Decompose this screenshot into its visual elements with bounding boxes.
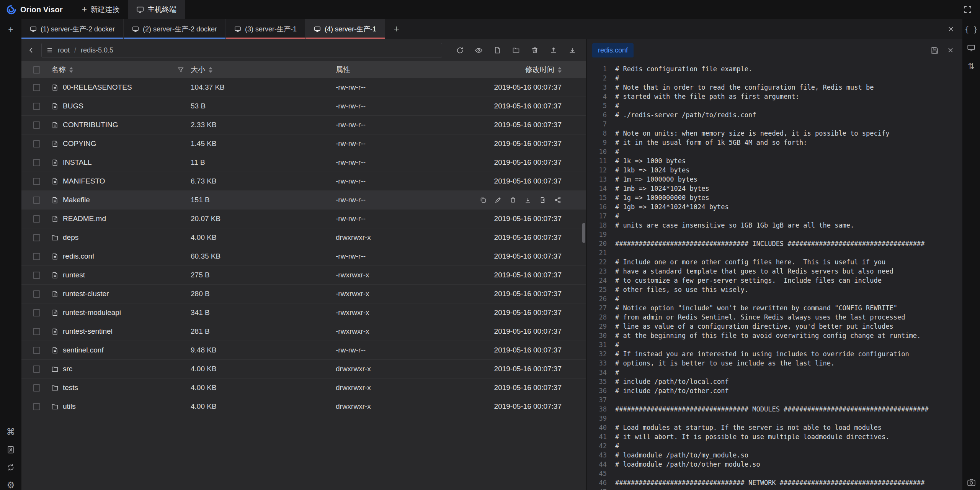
address-book-icon[interactable] (7, 446, 15, 454)
sort-icon[interactable] (69, 67, 73, 73)
close-editor-icon[interactable] (946, 45, 956, 55)
file-name[interactable]: sentinel.conf (63, 346, 104, 354)
download-icon[interactable] (568, 46, 577, 55)
terminal-tab[interactable]: (1) server-生产-2 docker (21, 19, 124, 39)
list-view-icon[interactable] (46, 47, 53, 54)
file-name[interactable]: deps (63, 233, 78, 242)
table-row[interactable]: deps 4.00 KB drwxrwxr-x 2019-05-16 00:07… (21, 228, 586, 247)
table-row[interactable]: README.md 20.07 KB -rw-rw-r-- 2019-05-16… (21, 210, 586, 228)
screenshot-camera-icon[interactable] (967, 478, 976, 487)
column-header-size[interactable]: 大小 (191, 65, 336, 75)
add-tab-button[interactable]: + (385, 19, 404, 39)
file-name[interactable]: COPYING (63, 139, 96, 148)
file-name[interactable]: INSTALL (63, 158, 92, 167)
new-tab-rail-button[interactable]: + (8, 25, 13, 34)
refresh-icon[interactable] (455, 46, 464, 55)
settings-gear-icon[interactable]: ⚙ (7, 481, 15, 490)
sync-icon[interactable] (7, 463, 15, 472)
file-name[interactable]: runtest-sentinel (63, 327, 113, 336)
new-folder-icon[interactable] (511, 46, 521, 55)
table-row[interactable]: MANIFESTO 6.73 KB -rw-rw-r-- 2019-05-16 … (21, 172, 586, 191)
column-header-modified[interactable]: 修改时间 (456, 65, 586, 75)
table-row[interactable]: runtest 275 B -rwxrwxr-x 2019-05-16 00:0… (21, 266, 586, 285)
terminal-tab[interactable]: (2) server-生产-2 docker (124, 19, 226, 39)
file-name[interactable]: README.md (63, 215, 106, 223)
file-name[interactable]: redis.conf (63, 252, 94, 261)
back-button[interactable] (24, 43, 38, 57)
table-row[interactable]: utils 4.00 KB drwxrwxr-x 2019-05-16 00:0… (21, 397, 586, 416)
row-checkbox[interactable] (33, 103, 40, 110)
row-checkbox[interactable] (33, 309, 40, 316)
file-name[interactable]: CONTRIBUTING (63, 121, 118, 129)
command-snippets-icon[interactable]: ⌘ (7, 428, 15, 436)
table-row[interactable]: COPYING 1.45 KB -rw-rw-r-- 2019-05-16 00… (21, 134, 586, 153)
display-settings-icon[interactable] (967, 44, 975, 52)
row-checkbox[interactable] (33, 253, 40, 260)
table-row[interactable]: Makefile 151 B -rw-rw-r-- 2019-05-16 00:… (21, 191, 586, 210)
column-header-name[interactable]: 名称 (49, 65, 191, 75)
row-checkbox[interactable] (33, 140, 40, 147)
row-checkbox[interactable] (33, 121, 40, 129)
row-checkbox[interactable] (33, 197, 40, 204)
file-name[interactable]: runtest-cluster (63, 290, 109, 298)
editor-code[interactable]: 1 # Redis configuration file example. 2 … (587, 61, 962, 490)
row-checkbox[interactable] (33, 403, 40, 410)
file-name[interactable]: runtest-moduleapi (63, 308, 121, 317)
table-row[interactable]: runtest-cluster 280 B -rwxrwxr-x 2019-05… (21, 285, 586, 303)
edit-icon[interactable] (494, 196, 502, 204)
table-row[interactable]: INSTALL 11 B -rw-rw-r-- 2019-05-16 00:07… (21, 153, 586, 172)
file-name[interactable]: src (63, 365, 72, 373)
table-row[interactable]: redis.conf 60.35 KB -rw-rw-r-- 2019-05-1… (21, 247, 586, 266)
table-row[interactable]: tests 4.00 KB drwxrwxr-x 2019-05-16 00:0… (21, 379, 586, 397)
json-braces-icon[interactable]: { } (965, 25, 978, 34)
table-row[interactable]: 00-RELEASENOTES 104.37 KB -rw-rw-r-- 201… (21, 78, 586, 97)
file-name[interactable]: BUGS (63, 102, 83, 110)
row-checkbox[interactable] (33, 84, 40, 91)
terminal-tab[interactable]: (3) server-生产-1 (226, 19, 305, 39)
transfer-icon[interactable] (554, 196, 562, 204)
row-checkbox[interactable] (33, 272, 40, 279)
select-all-checkbox[interactable] (33, 66, 40, 74)
show-hidden-eye-icon[interactable] (474, 46, 483, 55)
row-checkbox[interactable] (33, 365, 40, 373)
duplicate-icon[interactable] (539, 196, 547, 204)
row-checkbox[interactable] (33, 234, 40, 241)
new-connection-button[interactable]: + 新建连接 (74, 0, 128, 19)
terminal-tab[interactable]: (4) server-生产-1 (305, 19, 385, 39)
swap-vertical-icon[interactable]: ⇅ (968, 62, 975, 70)
row-checkbox[interactable] (33, 215, 40, 223)
close-panel-button[interactable] (943, 19, 959, 39)
download-icon[interactable] (524, 196, 532, 204)
save-icon[interactable] (929, 45, 939, 55)
file-name[interactable]: tests (63, 383, 78, 392)
row-checkbox[interactable] (33, 178, 40, 185)
table-row[interactable]: runtest-moduleapi 341 B -rwxrwxr-x 2019-… (21, 303, 586, 322)
delete-icon[interactable] (530, 46, 539, 55)
host-terminal-tab[interactable]: 主机终端 (128, 0, 185, 19)
row-checkbox[interactable] (33, 328, 40, 335)
table-row[interactable]: runtest-sentinel 281 B -rwxrwxr-x 2019-0… (21, 322, 586, 341)
breadcrumb[interactable]: root / redis-5.0.5 (41, 43, 442, 57)
file-name[interactable]: MANIFESTO (63, 177, 105, 185)
file-name[interactable]: 00-RELEASENOTES (63, 83, 132, 92)
table-row[interactable]: src 4.00 KB drwxrwxr-x 2019-05-16 00:07:… (21, 360, 586, 379)
fullscreen-button[interactable] (961, 3, 975, 16)
breadcrumb-segment-root[interactable]: root (58, 46, 70, 54)
row-checkbox[interactable] (33, 347, 40, 354)
table-row[interactable]: sentinel.conf 9.48 KB -rw-rw-r-- 2019-05… (21, 341, 586, 360)
breadcrumb-segment-folder[interactable]: redis-5.0.5 (81, 46, 113, 54)
file-list-scrollbar[interactable] (582, 223, 585, 243)
row-checkbox[interactable] (33, 384, 40, 392)
sort-icon[interactable] (558, 67, 562, 73)
row-checkbox[interactable] (33, 290, 40, 298)
table-row[interactable]: CONTRIBUTING 2.33 KB -rw-rw-r-- 2019-05-… (21, 116, 586, 134)
row-checkbox[interactable] (33, 159, 40, 166)
upload-icon[interactable] (549, 46, 558, 55)
file-name[interactable]: runtest (63, 271, 85, 279)
editor-file-tab[interactable]: redis.conf (592, 43, 634, 57)
table-row[interactable]: BUGS 53 B -rw-rw-r-- 2019-05-16 00:07:37 (21, 97, 586, 116)
sort-icon[interactable] (209, 67, 212, 73)
file-name[interactable]: Makefile (63, 196, 90, 204)
file-name[interactable]: utils (63, 402, 76, 411)
delete-icon[interactable] (509, 196, 517, 204)
